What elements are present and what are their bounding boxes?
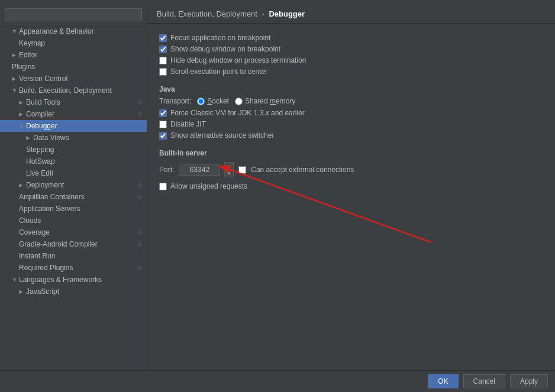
settings-icon: ⚙: [137, 182, 142, 189]
radio-shared-memory-group: Shared memory: [235, 97, 295, 105]
sidebar-item-label: Version Control: [19, 74, 142, 83]
arrow-icon: [12, 28, 19, 34]
port-input[interactable]: [179, 164, 220, 176]
checkbox-hide-debug[interactable]: [159, 57, 167, 64]
checkbox-row-show-alt: Show alternative source switcher: [159, 131, 543, 140]
sidebar-item-label: Clouds: [19, 216, 142, 225]
sidebar-item-clouds[interactable]: Clouds: [0, 215, 147, 226]
bottom-bar: OK Cancel Apply: [0, 370, 555, 392]
checkbox-allow-unsigned[interactable]: [159, 183, 167, 190]
radio-socket-label: Socket: [207, 97, 229, 105]
arrow-icon: [19, 123, 26, 129]
breadcrumb-parent: Build, Execution, Deployment: [157, 9, 257, 18]
sidebar-item-arquillian[interactable]: Arquillian Containers ⚙: [0, 191, 147, 203]
sidebar-item-compiler[interactable]: Compiler ⚙: [0, 108, 147, 120]
sidebar-item-languages[interactable]: Languages & Frameworks: [0, 274, 147, 286]
sidebar-item-coverage[interactable]: Coverage ⚙: [0, 226, 147, 238]
search-box[interactable]: [0, 5, 147, 25]
checkbox-row-show-debug: Show debug window on breakpoint: [159, 45, 543, 53]
sidebar-item-label: Application Servers: [19, 205, 142, 213]
transport-row: Transport: Socket Shared memory: [159, 97, 543, 105]
cancel-button[interactable]: Cancel: [463, 374, 505, 388]
sidebar-item-label: Build, Execution, Deployment: [19, 86, 142, 95]
settings-icon: ⚙: [137, 194, 142, 200]
sidebar-item-label: Editor: [19, 51, 142, 59]
sidebar-item-label: JavaScript: [26, 287, 142, 296]
general-checkboxes-group: Focus application on breakpoint Show deb…: [159, 34, 543, 76]
sidebar-item-plugins[interactable]: Plugins: [0, 61, 147, 73]
sidebar-item-label: Instant Run: [19, 252, 142, 260]
sidebar-item-hotswap[interactable]: HotSwap: [0, 155, 147, 167]
sidebar-item-deployment[interactable]: Deployment ⚙: [0, 179, 147, 191]
sidebar-item-gradle-android[interactable]: Gradle-Android Compiler ⚙: [0, 238, 147, 250]
arrow-icon: [12, 88, 19, 93]
sidebar-item-javascript[interactable]: JavaScript: [0, 286, 147, 297]
checkbox-show-alt[interactable]: [159, 132, 167, 140]
content-panel: Build, Execution, Deployment › Debugger …: [147, 5, 555, 370]
port-spinner: ▲ ▼: [224, 162, 234, 177]
settings-icon: ⚙: [137, 265, 142, 271]
settings-icon: ⚙: [137, 229, 142, 236]
sidebar-item-build-tools[interactable]: Build Tools ⚙: [0, 96, 147, 108]
sidebar-item-appearance[interactable]: Appearance & Behavior: [0, 25, 147, 37]
arrow-icon: [12, 76, 19, 82]
checkbox-label-hide-debug: Hide debug window on process termination: [170, 56, 306, 64]
arrow-icon: [19, 111, 26, 117]
arrow-icon: [12, 277, 19, 283]
sidebar-item-data-views[interactable]: Data Views: [0, 132, 147, 144]
sidebar-item-label: Deployment: [26, 181, 137, 189]
search-input[interactable]: [5, 8, 142, 21]
sidebar-item-label: Arquillian Containers: [19, 193, 137, 201]
sidebar-item-label: Gradle-Android Compiler: [19, 240, 137, 248]
checkbox-focus-breakpoint[interactable]: [159, 34, 167, 42]
sidebar-item-label: Compiler: [26, 110, 137, 118]
sidebar-item-editor[interactable]: Editor: [0, 49, 147, 61]
sidebar-item-version-control[interactable]: Version Control: [0, 73, 147, 85]
radio-socket-group: Socket: [197, 97, 229, 105]
sidebar-item-stepping[interactable]: Stepping: [0, 144, 147, 155]
builtin-server-group: Built-in server Port: ▲ ▼ Can accept ext…: [159, 149, 543, 190]
checkbox-row-disable-jit: Disable JIT: [159, 120, 543, 128]
sidebar-item-keymap[interactable]: Keymap: [0, 37, 147, 49]
port-decrement-button[interactable]: ▼: [224, 170, 234, 177]
sidebar-item-app-servers[interactable]: Application Servers: [0, 203, 147, 215]
breadcrumb-header: Build, Execution, Deployment › Debugger: [147, 5, 555, 24]
radio-shared-memory[interactable]: [235, 98, 243, 105]
checkbox-disable-jit[interactable]: [159, 121, 167, 128]
sidebar-item-debugger[interactable]: Debugger: [0, 120, 147, 132]
checkbox-label-focus: Focus application on breakpoint: [170, 34, 270, 42]
radio-shared-memory-label: Shared memory: [245, 97, 295, 105]
sidebar-item-label: Coverage: [19, 228, 137, 237]
sidebar-item-label: Required Plugins: [19, 264, 137, 272]
sidebar-item-label: Keymap: [19, 39, 142, 47]
sidebar-item-label: HotSwap: [26, 157, 142, 166]
java-settings-group: Java Transport: Socket Shared memory For…: [159, 85, 543, 140]
sidebar-item-label: Appearance & Behavior: [19, 27, 142, 35]
settings-icon: ⚙: [137, 241, 142, 248]
arrow-icon: [19, 99, 26, 105]
java-section-header: Java: [159, 85, 543, 93]
port-increment-button[interactable]: ▲: [224, 162, 234, 170]
checkbox-label-can-accept: Can accept external connections: [251, 166, 354, 174]
checkbox-show-debug[interactable]: [159, 46, 167, 53]
checkbox-force-classic[interactable]: [159, 109, 167, 117]
port-row: Port: ▲ ▼ Can accept external connection…: [159, 162, 543, 177]
transport-label: Transport:: [159, 97, 191, 105]
arrow-icon: [26, 135, 33, 141]
ok-button[interactable]: OK: [428, 374, 458, 388]
sidebar-item-label: Plugins: [12, 63, 142, 71]
arrow-icon: [19, 289, 26, 294]
sidebar-item-build-exec[interactable]: Build, Execution, Deployment: [0, 85, 147, 96]
checkbox-can-accept[interactable]: [238, 166, 246, 174]
sidebar-item-instant-run[interactable]: Instant Run: [0, 250, 147, 262]
sidebar-item-label: Build Tools: [26, 98, 137, 106]
checkbox-scroll-exec[interactable]: [159, 68, 167, 76]
port-label: Port:: [159, 166, 174, 174]
sidebar-item-live-edit[interactable]: Live Edit: [0, 167, 147, 179]
checkbox-row-force-classic: Force Classic VM for JDK 1.3.x and earli…: [159, 109, 543, 117]
sidebar-item-required-plugins[interactable]: Required Plugins ⚙: [0, 262, 147, 274]
arrow-icon: [19, 182, 26, 188]
radio-socket[interactable]: [197, 98, 205, 105]
checkbox-row-focus: Focus application on breakpoint: [159, 34, 543, 42]
apply-button[interactable]: Apply: [510, 374, 548, 388]
